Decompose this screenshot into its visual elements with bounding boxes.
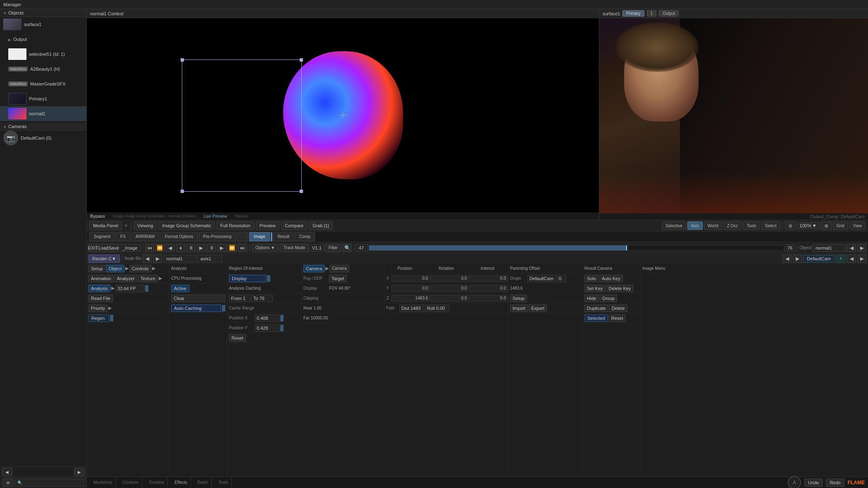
- jump-start-btn[interactable]: ⏮: [145, 244, 154, 252]
- roi-corner-tl[interactable]: [181, 58, 184, 62]
- pre-processing-tab[interactable]: Pre-Processing: [199, 232, 236, 241]
- pos-y-input[interactable]: [391, 285, 429, 292]
- solo-btn[interactable]: Solo: [584, 275, 599, 282]
- sidebar-item-output[interactable]: Output: [0, 32, 86, 47]
- track-mode-btn[interactable]: Track Mode: [280, 244, 309, 252]
- reset-btn[interactable]: Reset: [229, 334, 246, 342]
- result-reset-btn[interactable]: Reset: [609, 314, 626, 322]
- status-tools[interactable]: Tools: [215, 477, 231, 488]
- roi-corner-br[interactable]: [300, 190, 303, 193]
- int-y-input[interactable]: [470, 285, 508, 292]
- image-name-field[interactable]: _Image: [119, 244, 141, 252]
- frame-end[interactable]: 76: [785, 244, 795, 252]
- bit-depth-field[interactable]: 32-bit FP: [115, 285, 144, 292]
- status-effects[interactable]: Effects: [171, 477, 191, 488]
- pos-x-field[interactable]: 0.408: [255, 314, 279, 322]
- hide-btn[interactable]: Hide: [584, 295, 599, 302]
- viewer-grid-btn[interactable]: Grid: [833, 221, 848, 230]
- node-bin-next[interactable]: ▶: [153, 255, 162, 263]
- node-bin-prev[interactable]: ◀: [143, 255, 152, 263]
- delete-key-btn[interactable]: Delete Key: [606, 285, 634, 292]
- zoom-dropdown[interactable]: 100% ▼: [797, 222, 820, 229]
- clear-btn[interactable]: Clear: [171, 295, 225, 302]
- layout-btn[interactable]: ⊞: [785, 221, 796, 230]
- export-btn[interactable]: Export: [529, 305, 547, 312]
- preview-btn[interactable]: Preview: [256, 221, 279, 230]
- status-conform[interactable]: Conform: [119, 477, 142, 488]
- rot-z-input[interactable]: [430, 295, 468, 302]
- analysis-btn[interactable]: Analysis: [88, 285, 110, 292]
- viewer-num-btn[interactable]: 1: [647, 10, 657, 17]
- camera-panel-btn[interactable]: Camera: [303, 265, 324, 272]
- cam-next[interactable]: ▶: [793, 255, 802, 263]
- result-tab[interactable]: Result: [273, 232, 294, 241]
- prev-frame-btn[interactable]: ◀: [166, 244, 175, 252]
- group-btn[interactable]: Group: [600, 295, 618, 302]
- setup-btn[interactable]: Setup: [88, 265, 105, 272]
- grab-btn[interactable]: Grab [1]: [309, 221, 333, 230]
- roi-corner-tr[interactable]: [300, 58, 303, 62]
- segment-tab[interactable]: Segment: [89, 232, 115, 241]
- to-field[interactable]: To 76: [251, 295, 273, 302]
- selective-btn[interactable]: Selective: [662, 221, 686, 230]
- display-field[interactable]: Display: [229, 275, 266, 282]
- fit-btn[interactable]: ⊠: [821, 221, 832, 230]
- camera-sub-btn[interactable]: Camera: [329, 265, 349, 272]
- sidebar-item-a2beauty1[interactable]: Matchbox A2Beauty1 (H): [0, 62, 86, 76]
- pos-z-input[interactable]: [391, 295, 429, 302]
- int-x-input[interactable]: [470, 275, 508, 282]
- roi-corner-bl[interactable]: [181, 190, 184, 193]
- world-btn[interactable]: World: [704, 221, 722, 230]
- play-btn[interactable]: ▶: [197, 244, 206, 252]
- cam-nav-prev[interactable]: ◀: [847, 255, 856, 263]
- full-res-btn[interactable]: Full Resolution: [217, 221, 254, 230]
- dist-field[interactable]: Dist 1483: [399, 305, 424, 312]
- origin-num[interactable]: 0: [557, 275, 566, 282]
- from-field[interactable]: From 1: [229, 295, 250, 302]
- frame-current[interactable]: 47: [355, 244, 368, 252]
- viewer-view-btn[interactable]: View: [849, 221, 866, 230]
- auto-key-btn[interactable]: Auto Key: [599, 275, 623, 282]
- sidebar-settings-btn[interactable]: ⚙: [2, 478, 14, 487]
- target-btn[interactable]: Target: [329, 275, 347, 282]
- sidebar-scroll-left[interactable]: ◀: [2, 468, 12, 476]
- sidebar-item-normal1[interactable]: normal1: [0, 106, 86, 121]
- zocc-btn[interactable]: Z Occ: [723, 221, 742, 230]
- sidebar-item-surface1[interactable]: surface1: [0, 17, 86, 32]
- status-timeline[interactable]: Timeline: [145, 477, 168, 488]
- rot-y-input[interactable]: [430, 285, 468, 292]
- search-btn[interactable]: 🔍: [343, 244, 352, 252]
- rot-x-input[interactable]: [430, 275, 468, 282]
- output-btn[interactable]: Output: [659, 10, 679, 17]
- cam-nav-next[interactable]: ▶: [857, 255, 866, 263]
- comp-tab[interactable]: Comp: [295, 232, 315, 241]
- viewing-btn[interactable]: Viewing: [134, 221, 157, 230]
- object-btn[interactable]: Object: [106, 265, 124, 272]
- sidebar-item-mastergrades[interactable]: Matchbox MasterGradeSFX: [0, 76, 86, 91]
- delete-btn[interactable]: Delete: [609, 305, 627, 312]
- next-obj-btn[interactable]: ▶: [857, 244, 866, 252]
- camera-field[interactable]: DefaultCam: [803, 255, 835, 262]
- prev-obj-btn[interactable]: ◀: [847, 244, 856, 252]
- origin-cam-field[interactable]: DefaultCam: [527, 275, 556, 282]
- pause-btn[interactable]: ⏸: [207, 244, 216, 252]
- auto-caching-field[interactable]: Auto-Caching: [171, 305, 221, 312]
- set-key-btn[interactable]: Set Key: [584, 285, 606, 292]
- image-group-btn[interactable]: Image Group Schematic: [158, 221, 215, 230]
- compare-btn[interactable]: Compare: [281, 221, 307, 230]
- filter-btn[interactable]: Filter: [325, 244, 341, 252]
- int-z-input[interactable]: [470, 295, 508, 302]
- render-btn[interactable]: Render C ▼: [88, 255, 120, 263]
- image-tab[interactable]: Image: [249, 232, 270, 241]
- status-batch[interactable]: Batch: [194, 477, 212, 488]
- stop-btn[interactable]: ⏸: [186, 244, 196, 252]
- axis-btn[interactable]: Axis: [687, 221, 703, 230]
- jump-end-btn[interactable]: ⏭: [238, 244, 247, 252]
- next-frame-btn[interactable]: ▶: [217, 244, 227, 252]
- sidebar-scroll-right[interactable]: ▶: [74, 468, 85, 476]
- load-btn[interactable]: Load: [99, 244, 108, 252]
- animation-btn[interactable]: Animation: [88, 275, 114, 282]
- next-mark-btn[interactable]: ⏩: [228, 244, 237, 252]
- parenting-setup-btn[interactable]: Setup: [510, 295, 527, 302]
- exit-btn[interactable]: EXIT: [88, 244, 98, 252]
